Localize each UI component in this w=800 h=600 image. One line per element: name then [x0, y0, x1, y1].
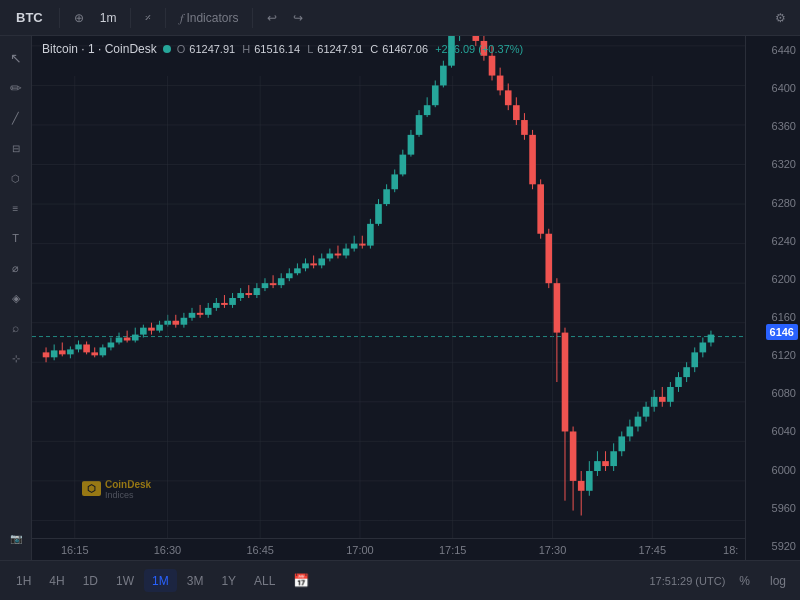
price-axis: 6440640063606320628062406200616061206080… — [745, 36, 800, 560]
price-tick: 6000 — [750, 464, 796, 476]
percent-toggle[interactable]: % — [733, 570, 756, 592]
redo-button[interactable]: ↪ — [287, 7, 309, 29]
indicators-icon: 𝑓 — [180, 11, 183, 25]
timeframe-btn-1h[interactable]: 1H — [8, 569, 39, 592]
change-value: +226.09 (+0.37%) — [435, 43, 523, 55]
timeframe-btn-1m[interactable]: 1M — [144, 569, 177, 592]
separator-1 — [59, 8, 60, 28]
price-tick: 6440 — [750, 44, 796, 56]
time-tick: 16:15 — [61, 544, 89, 556]
price-tick: 6160 — [750, 311, 796, 323]
time-tick: 17:45 — [639, 544, 667, 556]
zoom-tool[interactable]: ⌕ — [2, 314, 30, 342]
timeframe-btn-1d[interactable]: 1D — [75, 569, 106, 592]
chart-type-button[interactable]: 𝄎 — [139, 7, 157, 29]
undo-icon: ↩ — [267, 11, 277, 25]
separator-3 — [165, 8, 166, 28]
timeframe-btn-1w[interactable]: 1W — [108, 569, 142, 592]
log-label: log — [770, 574, 786, 588]
time-tick: 17:00 — [346, 544, 374, 556]
bottom-bar: 1H4H1D1W1M3M1YALL📅 17:51:29 (UTC) % log — [0, 560, 800, 600]
ohlc-data: O61247.91 H61516.14 L61247.91 C61467.06 … — [177, 43, 527, 55]
chart-title: Bitcoin · 1 · CoinDesk — [42, 42, 157, 56]
indicators-label: Indicators — [186, 11, 238, 25]
price-tick: 5920 — [750, 540, 796, 552]
interval-label: 1m — [100, 11, 117, 25]
measure-tool[interactable]: ⬡ — [2, 164, 30, 192]
price-tick: 5960 — [750, 502, 796, 514]
chart-header: Bitcoin · 1 · CoinDesk O61247.91 H61516.… — [42, 42, 527, 56]
candlestick-chart[interactable] — [32, 36, 745, 560]
separator-4 — [252, 8, 253, 28]
price-tick: 6040 — [750, 425, 796, 437]
chart-area[interactable]: Bitcoin · 1 · CoinDesk O61247.91 H61516.… — [32, 36, 745, 560]
draw-tool[interactable]: ✏ — [2, 74, 30, 102]
pattern-tool[interactable]: ◈ — [2, 284, 30, 312]
time-axis: 16:1516:3016:4517:0017:1517:3017:4518: — [32, 538, 745, 560]
live-dot — [163, 45, 171, 53]
timeframe-btn-all[interactable]: ALL — [246, 569, 283, 592]
high-label: H — [242, 43, 250, 55]
trend-tool[interactable]: ╱ — [2, 104, 30, 132]
brush-tool[interactable]: ⌀ — [2, 254, 30, 282]
timestamp: 17:51:29 (UTC) — [650, 575, 726, 587]
percent-label: % — [739, 574, 750, 588]
timeframe-btn-3m[interactable]: 3M — [179, 569, 212, 592]
bottom-right: 17:51:29 (UTC) % log — [650, 570, 793, 592]
interval-button[interactable]: 1m — [94, 7, 123, 29]
add-symbol-button[interactable]: ⊕ — [68, 7, 90, 29]
candle-icon: 𝄎 — [145, 11, 151, 25]
low-value: 61247.91 — [317, 43, 363, 55]
close-value: 61467.06 — [382, 43, 428, 55]
time-tick: 18: — [723, 544, 738, 556]
time-tick: 17:15 — [439, 544, 467, 556]
price-tick: 6080 — [750, 387, 796, 399]
timeframe-btn-4h[interactable]: 4H — [41, 569, 72, 592]
price-tick: 6240 — [750, 235, 796, 247]
undo-button[interactable]: ↩ — [261, 7, 283, 29]
toolbar: BTC ⊕ 1m 𝄎 𝑓 Indicators ↩ ↪ ⚙ — [0, 0, 800, 36]
timeframe-btn-1y[interactable]: 1Y — [213, 569, 244, 592]
price-tick: 6120 — [750, 349, 796, 361]
low-label: L — [307, 43, 313, 55]
time-tick: 17:30 — [539, 544, 567, 556]
fib-tool[interactable]: ≡ — [2, 194, 30, 222]
price-tick: 6360 — [750, 120, 796, 132]
redo-icon: ↪ — [293, 11, 303, 25]
channel-tool[interactable]: ⊟ — [2, 134, 30, 162]
cursor-tool[interactable]: ↖ — [2, 44, 30, 72]
ruler-tool[interactable]: ⊹ — [2, 344, 30, 372]
separator-2 — [130, 8, 131, 28]
price-tick: 6320 — [750, 158, 796, 170]
settings-icon: ⚙ — [775, 11, 786, 25]
left-sidebar: ↖ ✏ ╱ ⊟ ⬡ ≡ T ⌀ ◈ ⌕ ⊹ 📷 — [0, 36, 32, 560]
symbol-label[interactable]: BTC — [8, 10, 51, 25]
price-tick: 6400 — [750, 82, 796, 94]
time-tick: 16:30 — [154, 544, 182, 556]
text-tool[interactable]: T — [2, 224, 30, 252]
open-label: O — [177, 43, 186, 55]
plus-icon: ⊕ — [74, 11, 84, 25]
screenshot-tool[interactable]: 📷 — [2, 524, 30, 552]
current-price-badge: 6146 — [766, 324, 798, 340]
price-tick: 6200 — [750, 273, 796, 285]
price-tick: 6280 — [750, 197, 796, 209]
close-label: C — [370, 43, 378, 55]
open-value: 61247.91 — [189, 43, 235, 55]
time-tick: 16:45 — [246, 544, 274, 556]
settings-button[interactable]: ⚙ — [769, 7, 792, 29]
calendar-button[interactable]: 📅 — [285, 569, 317, 592]
indicators-button[interactable]: 𝑓 Indicators — [174, 7, 244, 29]
log-toggle[interactable]: log — [764, 570, 792, 592]
timeframe-buttons: 1H4H1D1W1M3M1YALL📅 — [8, 569, 317, 592]
high-value: 61516.14 — [254, 43, 300, 55]
